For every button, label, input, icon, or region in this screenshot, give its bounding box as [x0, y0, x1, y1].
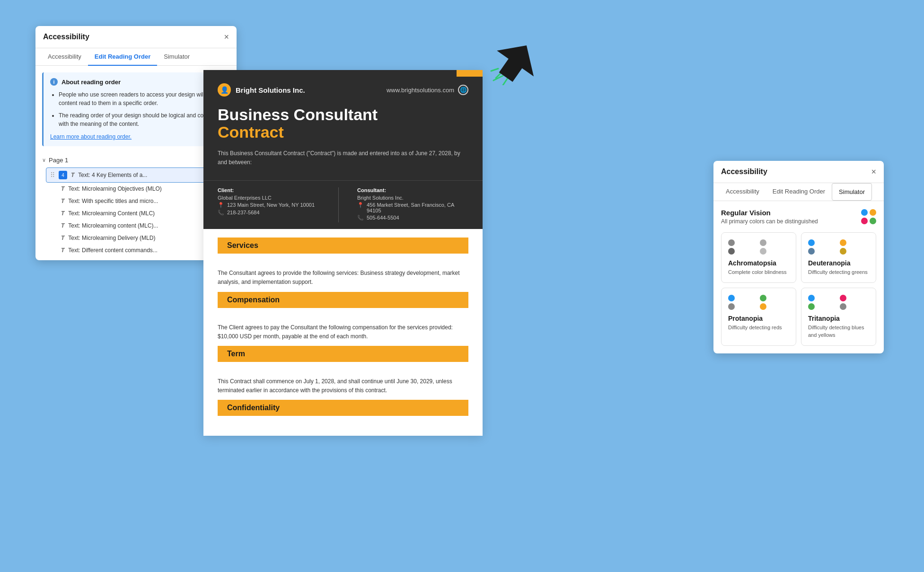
services-header: Services [218, 238, 468, 254]
doc-body: Services The Consultant agrees to provid… [203, 229, 483, 436]
info-bullet-2: The reading order of your design should … [59, 111, 223, 128]
client-label: Client: [218, 187, 338, 193]
vision-cards-grid: Achromatopsia Complete color blindness D… [713, 229, 884, 353]
right-panel-tabs: Accessibility Edit Reading Order Simulat… [713, 183, 884, 201]
vision-card-tritanopia[interactable]: Tritanopia Difficulty detecting blues an… [801, 288, 876, 346]
consultant-name: Bright Solutions Inc. [357, 195, 404, 201]
phone-icon-client: 📞 [218, 210, 224, 216]
reading-items-list: ⠿ 4 T Text: 4 Key Elements of a... T Tex… [42, 167, 230, 256]
vc-dot-3 [728, 248, 735, 255]
vision-card-deuteranopia[interactable]: Deuteranopia Difficulty detecting greens [801, 232, 876, 283]
item-number-4: 4 [59, 171, 67, 179]
info-header-left: i About reading order [50, 78, 121, 86]
rv-dot-green [870, 218, 876, 224]
client-address: 123 Main Street, New York, NY 10001 [227, 202, 315, 208]
svg-line-2 [503, 78, 508, 85]
contacts-divider [338, 187, 339, 222]
left-panel-tabs: Accessibility Edit Reading Order Simulat… [35, 48, 237, 66]
item-text-1: Text: 4 Key Elements of a... [78, 172, 147, 178]
vc-dot-11 [728, 303, 735, 310]
left-panel-close-button[interactable]: × [224, 33, 229, 41]
text-type-icon-5: T [61, 222, 64, 229]
reading-item-1[interactable]: ⠿ 4 T Text: 4 Key Elements of a... [46, 167, 226, 183]
tab-accessibility-right[interactable]: Accessibility [719, 183, 766, 201]
right-accessibility-panel: Accessibility × Accessibility Edit Readi… [713, 161, 884, 353]
reading-item-3[interactable]: T Text: With specific titles and micro..… [46, 195, 226, 207]
tab-simulator-right[interactable]: Simulator [832, 183, 872, 201]
consultant-name-row: Bright Solutions Inc. [357, 195, 468, 201]
reading-item-6[interactable]: T Text: Microlearning Delivery (MLD) [46, 232, 226, 244]
globe-icon: 🌐 [458, 85, 468, 95]
info-heading: About reading order [62, 79, 121, 86]
vc-dot-7 [808, 248, 815, 255]
tritanopia-dots [808, 295, 869, 310]
doc-header: 👤 Bright Solutions Inc. www.brightsoluti… [203, 70, 483, 180]
vc-dot-8 [840, 248, 846, 255]
reading-item-5[interactable]: T Text: Microlearning content (MLC)... [46, 220, 226, 232]
vision-card-achromatopsia[interactable]: Achromatopsia Complete color blindness [721, 232, 796, 283]
main-document: 👤 Bright Solutions Inc. www.brightsoluti… [203, 70, 483, 436]
reading-item-2[interactable]: T Text: Microlearning Objectives (MLO) [46, 183, 226, 195]
vc-dot-2 [760, 239, 766, 246]
doc-logo-right: www.brightsolutions.com 🌐 [387, 85, 468, 95]
reading-item-4[interactable]: T Text: Microlearning Content (MLC) [46, 207, 226, 220]
services-text: The Consultant agrees to provide the fol… [218, 269, 468, 287]
page-label[interactable]: ∨ Page 1 [42, 153, 230, 167]
page-label-text: Page 1 [49, 157, 68, 164]
rv-dot-pink [861, 218, 868, 224]
tritanopia-desc: Difficulty detecting blues and yellows [808, 324, 869, 339]
client-phone-row: 📞 218-237-5684 [218, 210, 338, 216]
tab-accessibility-left[interactable]: Accessibility [41, 48, 88, 66]
left-panel-title: Accessibility [43, 33, 89, 41]
consultant-label: Consultant: [357, 187, 468, 193]
vc-dot-6 [840, 239, 846, 246]
compensation-text: The Client agrees to pay the Consultant … [218, 323, 468, 341]
regular-vision-dots [861, 209, 876, 224]
info-header: i About reading order ∧ [50, 78, 223, 86]
doc-logo-row: 👤 Bright Solutions Inc. www.brightsoluti… [218, 83, 468, 97]
tab-edit-reading-right[interactable]: Edit Reading Order [766, 183, 832, 201]
confidentiality-header: Confidentiality [218, 400, 468, 416]
compensation-content: The Client agrees to pay the Consultant … [203, 314, 483, 346]
doc-contacts-grid: Client: Global Enterprises LLC 📍 123 Mai… [203, 180, 483, 229]
yellow-accent-bar [457, 70, 483, 77]
vc-dot-4 [760, 248, 766, 255]
learn-more-link[interactable]: Learn more about reading order. [50, 133, 132, 140]
vc-dot-5 [808, 239, 815, 246]
vc-dot-12 [760, 303, 766, 310]
phone-icon-consultant: 📞 [357, 215, 364, 221]
regular-vision-section: Regular Vision All primary colors can be… [713, 201, 884, 229]
right-panel-close-button[interactable]: × [871, 167, 876, 176]
compensation-header: Compensation [218, 292, 468, 308]
regular-vision-title: Regular Vision [721, 209, 818, 217]
info-bullets: People who use screen readers to access … [50, 90, 223, 128]
reading-item-7[interactable]: T Text: Different content commands... [46, 244, 226, 256]
vc-dot-14 [840, 295, 846, 301]
consultant-block: Consultant: Bright Solutions Inc. 📍 456 … [348, 187, 468, 222]
doc-intro-text: This Business Consultant Contract ("Cont… [218, 149, 468, 167]
client-name: Global Enterprises LLC [218, 195, 272, 201]
client-name-row: Global Enterprises LLC [218, 195, 338, 201]
tab-simulator-left[interactable]: Simulator [157, 48, 196, 66]
item-text-7: Text: Different content commands... [68, 247, 158, 254]
body-spacer [203, 229, 483, 238]
tab-edit-reading-order[interactable]: Edit Reading Order [88, 48, 157, 66]
address-pin-icon: 📍 [218, 202, 224, 208]
svg-line-3 [491, 69, 498, 71]
left-panel-header: Accessibility × [35, 26, 237, 48]
item-text-2: Text: Microlearning Objectives (MLO) [68, 185, 161, 192]
vision-card-protanopia[interactable]: Protanopia Difficulty detecting reds [721, 288, 796, 346]
confidentiality-spacer [203, 422, 483, 436]
text-type-icon-2: T [61, 185, 64, 192]
reading-order-info-box: i About reading order ∧ People who use s… [42, 72, 230, 146]
term-content: This Contract shall commence on July 1, … [203, 368, 483, 400]
page-chevron-icon: ∨ [42, 157, 46, 163]
client-block: Client: Global Enterprises LLC 📍 123 Mai… [218, 187, 338, 222]
term-text: This Contract shall commence on July 1, … [218, 377, 468, 395]
client-address-row: 📍 123 Main Street, New York, NY 10001 [218, 202, 338, 208]
achromatopsia-dots [728, 239, 789, 255]
deuteranopia-title: Deuteranopia [808, 259, 869, 267]
protanopia-title: Protanopia [728, 315, 789, 322]
client-phone: 218-237-5684 [227, 210, 260, 215]
achromatopsia-title: Achromatopsia [728, 259, 789, 267]
